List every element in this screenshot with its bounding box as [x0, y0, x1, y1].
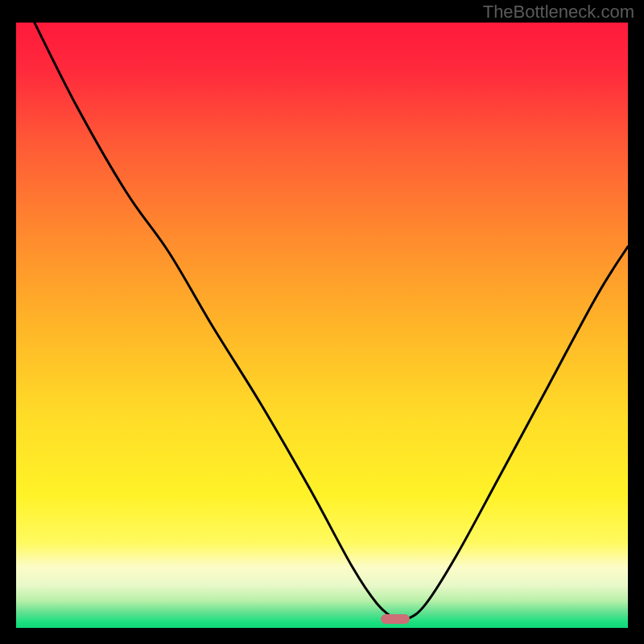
gradient-background — [16, 23, 628, 628]
chart-container: TheBottleneck.com — [0, 0, 644, 644]
chart-svg — [16, 23, 628, 628]
watermark-text: TheBottleneck.com — [483, 2, 634, 23]
plot-area — [16, 23, 628, 628]
optimum-marker — [381, 614, 410, 624]
